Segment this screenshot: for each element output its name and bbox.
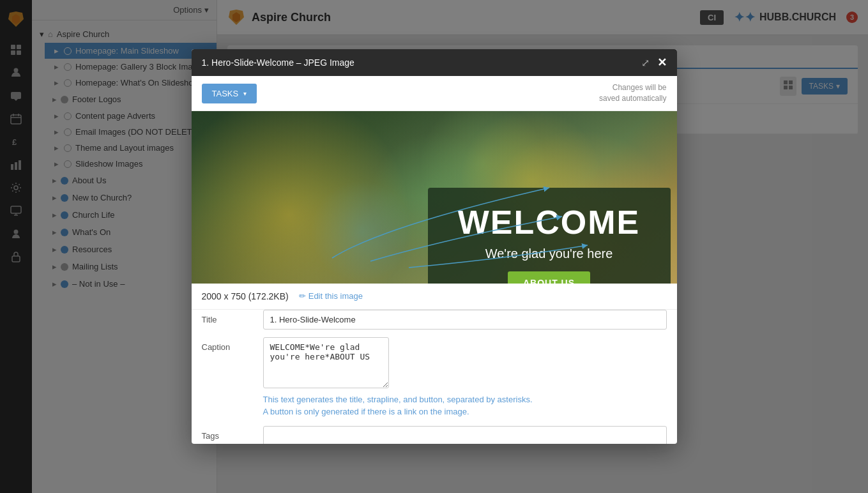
about-us-button[interactable]: ABOUT US bbox=[508, 271, 590, 284]
caption-hint: This text generates the title, strapline… bbox=[263, 393, 533, 418]
welcome-card: WELCOME We're glad you're here ABOUT US bbox=[428, 188, 671, 284]
tasks-dropdown-icon: ▾ bbox=[243, 90, 247, 97]
form-row-title: Title bbox=[202, 310, 667, 330]
image-info-row: 2000 x 750 (172.2KB) ✏ Edit this image bbox=[192, 284, 677, 310]
modal-header: 1. Hero-Slide-Welcome – JPEG Image ⤢ ✕ bbox=[192, 49, 677, 76]
modal-overlay[interactable]: 1. Hero-Slide-Welcome – JPEG Image ⤢ ✕ T… bbox=[0, 0, 868, 493]
edit-image-link[interactable]: ✏ Edit this image bbox=[299, 291, 363, 301]
modal-header-right: ⤢ ✕ bbox=[641, 56, 667, 70]
tags-input[interactable] bbox=[263, 426, 667, 444]
title-label: Title bbox=[202, 310, 253, 324]
welcome-sub: We're glad you're here bbox=[448, 247, 650, 261]
edit-icon: ✏ bbox=[299, 291, 306, 301]
form-row-tags: Tags bbox=[202, 426, 667, 444]
auto-save-text: Changes will be saved automatically bbox=[599, 82, 666, 104]
form-row-caption: Caption WELCOME*We're glad you're here*A… bbox=[202, 337, 667, 418]
title-input[interactable] bbox=[263, 310, 667, 330]
caption-label: Caption bbox=[202, 337, 253, 352]
tasks-label: TASKS bbox=[212, 89, 239, 98]
modal-toolbar: TASKS ▾ Changes will be saved automatica… bbox=[192, 76, 677, 111]
modal-form: Title Caption WELCOME*We're glad you're … bbox=[192, 310, 677, 444]
modal-title: 1. Hero-Slide-Welcome – JPEG Image bbox=[202, 57, 354, 68]
modal-expand-icon[interactable]: ⤢ bbox=[641, 57, 650, 69]
caption-textarea[interactable]: WELCOME*We're glad you're here*ABOUT US bbox=[263, 337, 389, 388]
tags-label: Tags bbox=[202, 426, 253, 441]
modal-close-button[interactable]: ✕ bbox=[657, 56, 667, 70]
modal: 1. Hero-Slide-Welcome – JPEG Image ⤢ ✕ T… bbox=[192, 49, 677, 444]
welcome-title: WELCOME bbox=[448, 203, 650, 241]
image-dimensions: 2000 x 750 (172.2KB) bbox=[202, 291, 289, 301]
image-preview: WELCOME We're glad you're here ABOUT US bbox=[192, 111, 677, 284]
tasks-button[interactable]: TASKS ▾ bbox=[202, 84, 257, 103]
